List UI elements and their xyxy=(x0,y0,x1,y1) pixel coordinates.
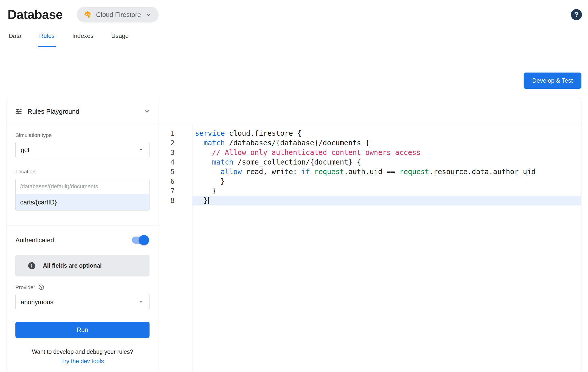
provider-label: Provider xyxy=(15,284,35,290)
dev-tools-prompt: Want to develop and debug your rules? xyxy=(15,348,150,355)
rules-editor: 12345678 service cloud.firestore { match… xyxy=(158,98,581,372)
editor-header xyxy=(158,98,581,125)
playground-title: Rules Playground xyxy=(28,108,138,115)
text-cursor xyxy=(208,197,209,204)
editor-body: 12345678 service cloud.firestore { match… xyxy=(158,125,581,372)
code-editor[interactable]: service cloud.firestore { match /databas… xyxy=(192,125,581,372)
rules-toolbar: Develop & Test xyxy=(0,47,588,98)
info-icon xyxy=(28,262,36,270)
line-number: 8 xyxy=(158,196,192,205)
line-number: 5 xyxy=(158,167,192,177)
tab-bar: DataRulesIndexesUsage xyxy=(0,25,588,47)
code-line-3[interactable]: // Allow only authenticated content owne… xyxy=(192,148,581,157)
simulation-type-label: Simulation type xyxy=(15,132,150,138)
authenticated-label: Authenticated xyxy=(15,237,54,244)
line-number: 1 xyxy=(158,129,192,138)
develop-test-button[interactable]: Develop & Test xyxy=(524,73,581,89)
run-button[interactable]: Run xyxy=(15,322,150,338)
code-line-2[interactable]: match /databases/{database}/documents { xyxy=(192,138,581,148)
code-line-4[interactable]: match /some_collection/{document} { xyxy=(192,157,581,167)
line-number: 7 xyxy=(158,186,192,196)
location-field-group: carts/{cartID} xyxy=(15,179,150,211)
tab-rules[interactable]: Rules xyxy=(38,27,56,47)
rules-panel: Rules Playground Simulation type get Loc… xyxy=(7,98,581,372)
provider-select[interactable]: anonymous xyxy=(15,294,150,310)
code-line-1[interactable]: service cloud.firestore { xyxy=(192,129,581,138)
collapse-playground-button[interactable] xyxy=(143,107,151,115)
dev-tools-link[interactable]: Try the dev tools xyxy=(61,358,104,364)
tab-usage[interactable]: Usage xyxy=(110,27,130,47)
simulation-type-value: get xyxy=(21,146,30,154)
line-number-gutter: 12345678 xyxy=(158,125,192,372)
chevron-down-icon xyxy=(138,299,144,305)
code-line-5[interactable]: allow read, write: if request.auth.uid =… xyxy=(192,167,581,177)
location-label: Location xyxy=(15,169,150,175)
dev-tools-link-wrap: Try the dev tools xyxy=(15,358,150,365)
location-base-path-input[interactable] xyxy=(20,183,145,190)
tab-data[interactable]: Data xyxy=(8,27,22,47)
rules-playground-header[interactable]: Rules Playground xyxy=(7,98,158,125)
line-number: 6 xyxy=(158,177,192,186)
chevron-down-icon xyxy=(138,147,144,153)
provider-value: anonymous xyxy=(21,298,53,306)
divider xyxy=(7,225,158,225)
code-line-6[interactable]: } xyxy=(192,177,581,186)
provider-label-row: Provider xyxy=(15,284,150,290)
help-button[interactable]: ? xyxy=(571,9,582,20)
firestore-icon xyxy=(83,10,92,19)
rules-playground-panel: Rules Playground Simulation type get Loc… xyxy=(7,98,158,372)
optional-fields-text: All fields are optional xyxy=(43,262,102,269)
page-header: Database Cloud Firestore ? xyxy=(0,0,588,25)
code-line-8[interactable]: } xyxy=(192,196,581,205)
chevron-down-icon xyxy=(145,11,152,18)
optional-fields-infobox: All fields are optional xyxy=(15,255,150,276)
simulation-type-select[interactable]: get xyxy=(15,142,150,158)
line-number: 4 xyxy=(158,157,192,167)
location-base-path-row xyxy=(16,179,149,194)
toggle-knob xyxy=(139,235,149,245)
line-number: 2 xyxy=(158,138,192,148)
line-number: 3 xyxy=(158,148,192,157)
database-product-selector[interactable]: Cloud Firestore xyxy=(77,7,159,22)
playground-form: Simulation type get Location carts/{cart… xyxy=(7,125,158,365)
product-chip-label: Cloud Firestore xyxy=(96,11,141,19)
page-title: Database xyxy=(8,7,63,22)
tab-indexes[interactable]: Indexes xyxy=(71,27,94,47)
help-circle-icon[interactable] xyxy=(38,284,44,290)
location-path-input[interactable]: carts/{cartID} xyxy=(16,194,149,210)
code-line-7[interactable]: } xyxy=(192,186,581,196)
authenticated-row: Authenticated xyxy=(15,235,150,246)
tune-icon xyxy=(15,108,22,115)
authenticated-toggle[interactable] xyxy=(132,237,148,244)
